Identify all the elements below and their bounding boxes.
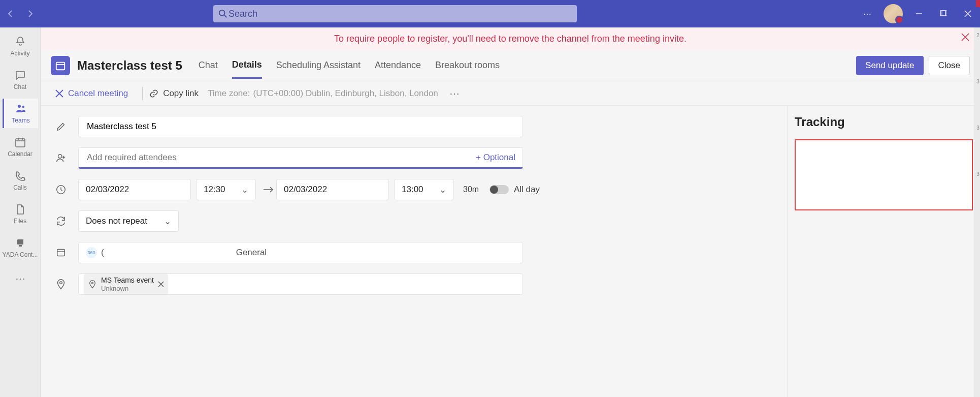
rail-label: Files	[14, 218, 26, 225]
svg-point-9	[58, 155, 62, 158]
tracking-title: Tracking	[795, 115, 973, 129]
dismiss-warning-button[interactable]	[961, 33, 970, 42]
warning-banner: To require people to register, you'll ne…	[41, 27, 980, 50]
location-pin-icon	[88, 280, 97, 289]
title-input[interactable]	[86, 121, 515, 132]
rail-label: Activity	[10, 50, 29, 57]
location-field[interactable]: MS Teams event Unknown	[78, 273, 523, 295]
channel-cursor: (	[101, 248, 104, 258]
teams-icon	[15, 103, 27, 115]
rail-files[interactable]: Files	[3, 199, 38, 229]
copy-link-button[interactable]: Copy link	[149, 88, 199, 99]
warning-text: To require people to register, you'll ne…	[334, 34, 687, 44]
clock-icon	[53, 184, 69, 195]
recurrence-field[interactable]: Does not repeat ⌄	[78, 210, 179, 232]
svg-point-4	[22, 106, 24, 108]
rail-label: YADA Cont...	[3, 251, 38, 258]
all-day-toggle[interactable]	[489, 185, 509, 194]
chevron-down-icon: ⌄	[164, 216, 171, 227]
meeting-actions-row: Cancel meeting Copy link Time zone: (UTC…	[41, 81, 980, 106]
title-field[interactable]	[78, 116, 523, 137]
more-actions-button[interactable]: ⋯	[449, 87, 460, 100]
repeat-icon	[53, 216, 69, 227]
meeting-form: + Optional 02/03/2022 12:30 ⌄ 02/0	[41, 106, 787, 397]
svg-point-12	[60, 282, 62, 284]
svg-rect-2	[942, 11, 947, 16]
channel-name: General	[236, 248, 267, 258]
channel-icon	[53, 247, 69, 258]
search-box[interactable]	[213, 5, 577, 22]
title-bar: ⋯	[0, 0, 980, 27]
chevron-down-icon: ⌄	[439, 185, 446, 195]
duration-label: 30m	[463, 185, 484, 194]
svg-rect-8	[56, 62, 65, 70]
rail-label: Chat	[14, 83, 26, 90]
chat-icon	[14, 69, 26, 81]
timezone-label: Time zone:	[208, 88, 250, 99]
rail-label: Calendar	[8, 150, 32, 158]
window-maximize-button[interactable]	[931, 2, 956, 26]
phone-icon	[14, 170, 26, 182]
app-icon	[14, 237, 26, 249]
channel-field[interactable]: 360 ( General	[78, 242, 523, 263]
end-date-field[interactable]: 02/03/2022	[276, 179, 389, 200]
rail-label: Teams	[12, 117, 29, 124]
tab-details[interactable]: Details	[232, 52, 262, 79]
close-icon	[55, 89, 64, 98]
back-button[interactable]	[0, 4, 20, 24]
search-icon	[218, 9, 227, 18]
window-minimize-button[interactable]	[907, 2, 931, 26]
calendar-icon	[55, 60, 66, 71]
close-button[interactable]: Close	[929, 56, 970, 75]
link-icon	[149, 88, 159, 99]
timezone-value[interactable]: (UTC+00:00) Dublin, Edinburgh, Lisbon, L…	[253, 88, 438, 99]
rail-calls[interactable]: Calls	[3, 166, 38, 195]
end-time-field[interactable]: 13:00 ⌄	[394, 179, 454, 200]
start-time-field[interactable]: 12:30 ⌄	[196, 179, 256, 200]
attendees-input[interactable]	[86, 152, 476, 163]
location-chip: MS Teams event Unknown	[84, 274, 168, 294]
decorative-red-corner	[976, 0, 980, 7]
svg-rect-7	[19, 245, 22, 247]
svg-rect-1	[940, 11, 945, 16]
svg-point-13	[92, 282, 93, 284]
start-date-field[interactable]: 02/03/2022	[78, 179, 191, 200]
rail-activity[interactable]: Activity	[3, 32, 38, 61]
cancel-meeting-button[interactable]: Cancel meeting	[55, 88, 128, 99]
forward-button[interactable]	[20, 4, 41, 24]
search-input[interactable]	[227, 8, 572, 20]
rail-yada[interactable]: YADA Cont...	[3, 233, 38, 262]
arrow-right-icon	[261, 186, 276, 193]
rail-calendar[interactable]: Calendar	[3, 132, 38, 162]
file-icon	[14, 203, 26, 216]
location-title: MS Teams event	[101, 276, 154, 285]
tab-chat[interactable]: Chat	[199, 53, 218, 78]
rail-teams[interactable]: Teams	[3, 99, 38, 128]
rail-more-button[interactable]: ⋯	[15, 272, 25, 285]
remove-location-button[interactable]	[158, 281, 164, 287]
meeting-header: Masterclass test 5 Chat Details Scheduli…	[41, 50, 980, 81]
tab-breakout-rooms[interactable]: Breakout rooms	[435, 53, 500, 78]
scrollbar[interactable]: 2 3 3 3	[974, 27, 980, 397]
svg-point-0	[219, 10, 225, 16]
chevron-down-icon: ⌄	[241, 185, 248, 195]
person-add-icon	[53, 152, 69, 164]
tracking-panel: Tracking	[787, 106, 980, 397]
pencil-icon	[53, 121, 69, 132]
send-update-button[interactable]: Send update	[856, 56, 923, 75]
more-options-button[interactable]: ⋯	[855, 2, 879, 26]
team-avatar-icon: 360	[86, 247, 97, 258]
svg-rect-6	[17, 239, 23, 245]
attendees-field[interactable]: + Optional	[78, 147, 523, 169]
tab-scheduling-assistant[interactable]: Scheduling Assistant	[276, 53, 361, 78]
add-optional-button[interactable]: + Optional	[476, 152, 515, 163]
close-icon	[961, 33, 970, 42]
cancel-meeting-label: Cancel meeting	[68, 88, 128, 99]
user-avatar[interactable]	[884, 4, 903, 23]
tab-attendance[interactable]: Attendance	[375, 53, 421, 78]
tracking-highlight-box	[795, 139, 973, 210]
rail-chat[interactable]: Chat	[3, 65, 38, 95]
app-rail: Activity Chat Teams Calendar Calls Files…	[0, 27, 41, 397]
rail-label: Calls	[13, 184, 27, 191]
svg-point-3	[18, 105, 21, 108]
